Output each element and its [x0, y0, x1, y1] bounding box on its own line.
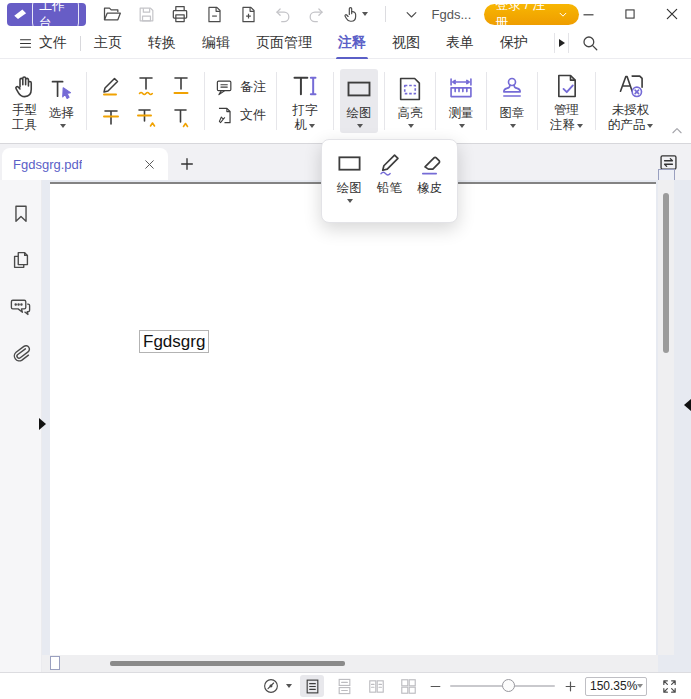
dropdown-eraser-label: 橡皮 — [417, 181, 442, 196]
zoom-slider[interactable] — [450, 679, 555, 693]
menu-item-page-management[interactable]: 页面管理 — [256, 34, 312, 52]
dropdown-item-eraser[interactable]: 橡皮 — [411, 150, 449, 196]
open-folder-icon[interactable] — [102, 4, 123, 25]
close-tab-icon[interactable] — [141, 156, 157, 172]
select-tool-button[interactable]: 选择 — [43, 69, 80, 133]
menu-item-edit[interactable]: 编辑 — [202, 34, 230, 52]
hand-mode-icon[interactable] — [340, 4, 370, 25]
drawing-button[interactable]: 绘图 — [340, 69, 378, 133]
close-button[interactable] — [663, 5, 681, 23]
rectangle-shape-icon — [336, 150, 363, 177]
horizontal-scrollbar[interactable] — [42, 655, 658, 672]
caret-down-icon — [345, 197, 353, 205]
page-add-icon[interactable] — [238, 4, 259, 25]
document-tab[interactable]: Fgdsgrg.pdf — [2, 148, 168, 180]
workspace-button[interactable]: 工作台 — [7, 3, 86, 26]
pen-nib-icon — [13, 7, 28, 22]
underline-text-icon[interactable] — [165, 71, 197, 99]
measure-button[interactable]: 测量 — [442, 69, 480, 133]
note-label: 备注 — [240, 78, 266, 96]
caret-down-icon — [355, 122, 363, 130]
login-register-button[interactable]: 登录 / 注册 — [484, 4, 579, 25]
caret-down-icon — [406, 122, 414, 130]
page-text-annotation[interactable]: Fgdsgrg — [139, 330, 209, 353]
continuous-view-button[interactable] — [332, 675, 356, 697]
dropdown-item-drawing[interactable]: 绘图 — [330, 150, 368, 205]
menu-item-protect[interactable]: 保护 — [500, 34, 528, 52]
strikethrough-text-icon[interactable] — [95, 103, 127, 131]
vertical-scrollbar[interactable] — [658, 180, 674, 655]
ribbon-toolbar: 手型工具 选择 — [0, 59, 691, 144]
ribbon-separator — [384, 72, 385, 130]
facing-continuous-view-button[interactable] — [396, 675, 420, 697]
vertical-scrollbar-thumb[interactable] — [663, 193, 669, 353]
highlight-area-button[interactable]: 高亮 — [391, 69, 429, 133]
manage-comments-button[interactable]: 管理注释 — [544, 66, 589, 136]
menu-item-file[interactable]: 文件 — [18, 34, 67, 52]
new-tab-button[interactable] — [176, 153, 198, 175]
zoom-out-button[interactable] — [428, 679, 442, 693]
horizontal-scrollbar-thumb[interactable] — [110, 661, 345, 666]
menu-file-label: 文件 — [39, 34, 67, 52]
expand-left-panel-handle[interactable] — [39, 418, 46, 430]
hand-tool-button[interactable]: 手型工具 — [6, 66, 43, 136]
drawing-label: 绘图 — [347, 106, 372, 121]
save-icon[interactable] — [136, 4, 157, 25]
menu-item-home[interactable]: 主页 — [94, 34, 122, 52]
ribbon-separator — [435, 72, 436, 130]
file-attachment-button[interactable]: 文件 — [215, 106, 266, 125]
stamp-label: 图章 — [500, 106, 525, 121]
horizontal-scrollbar-button[interactable] — [50, 656, 60, 670]
zoom-level-select[interactable]: 150.35% — [585, 677, 647, 696]
search-icon[interactable] — [581, 34, 599, 52]
print-icon[interactable] — [170, 4, 191, 25]
highlight-text-icon[interactable] — [95, 71, 127, 99]
menu-bar: 文件 主页 转换 编辑 页面管理 注释 视图 表单 保护 — [0, 28, 691, 59]
ribbon-separator — [204, 72, 205, 130]
measure-label: 测量 — [449, 106, 474, 121]
replace-text-icon[interactable] — [130, 103, 162, 131]
ribbon-separator — [276, 72, 277, 130]
bookmarks-panel-icon[interactable] — [9, 202, 33, 226]
menu-item-convert[interactable]: 转换 — [148, 34, 176, 52]
menu-item-view[interactable]: 视图 — [392, 34, 420, 52]
zoom-in-button[interactable] — [563, 679, 577, 693]
squiggly-underline-icon[interactable] — [130, 71, 162, 99]
menu-item-comment[interactable]: 注释 — [338, 34, 366, 52]
expand-right-panel-handle[interactable] — [684, 399, 691, 411]
note-file-group: 备注 文件 — [211, 78, 270, 125]
attachments-panel-icon[interactable] — [9, 340, 33, 364]
eraser-icon — [416, 150, 443, 177]
stamp-button[interactable]: 图章 — [493, 69, 531, 133]
window-controls — [579, 5, 691, 23]
pages-panel-icon[interactable] — [9, 248, 33, 272]
page-check-icon — [553, 71, 581, 101]
note-bubble-icon — [215, 78, 234, 97]
facing-view-button[interactable] — [364, 675, 388, 697]
auto-scroll-icon — [262, 677, 280, 695]
menu-comment-label: 注释 — [338, 34, 366, 50]
undo-icon[interactable] — [272, 4, 293, 25]
more-menus-button[interactable] — [554, 33, 569, 53]
unauthorized-product-button[interactable]: 未授权的产品 — [602, 66, 659, 136]
insert-text-icon[interactable] — [165, 103, 197, 131]
typewriter-button[interactable]: 打字机 — [283, 66, 327, 136]
caret-down-icon — [558, 9, 568, 20]
status-bar: 150.35% — [0, 672, 691, 699]
fullscreen-button[interactable] — [661, 678, 678, 695]
comments-panel-icon[interactable] — [9, 294, 33, 318]
navigation-sidebar — [0, 180, 42, 672]
note-comment-button[interactable]: 备注 — [215, 78, 266, 97]
page-remove-icon[interactable] — [204, 4, 225, 25]
chevron-down-icon[interactable] — [401, 4, 422, 25]
minimize-button[interactable] — [579, 5, 597, 23]
maximize-button[interactable] — [621, 5, 639, 23]
redo-icon[interactable] — [306, 4, 327, 25]
dropdown-item-pencil[interactable]: 铅笔 — [370, 150, 408, 196]
collapse-ribbon-icon[interactable] — [670, 124, 684, 138]
ruler-icon — [447, 74, 475, 104]
zoom-slider-handle[interactable] — [502, 679, 515, 692]
single-page-view-button[interactable] — [300, 675, 324, 697]
menu-item-form[interactable]: 表单 — [446, 34, 474, 52]
view-mode-button[interactable] — [262, 677, 292, 695]
